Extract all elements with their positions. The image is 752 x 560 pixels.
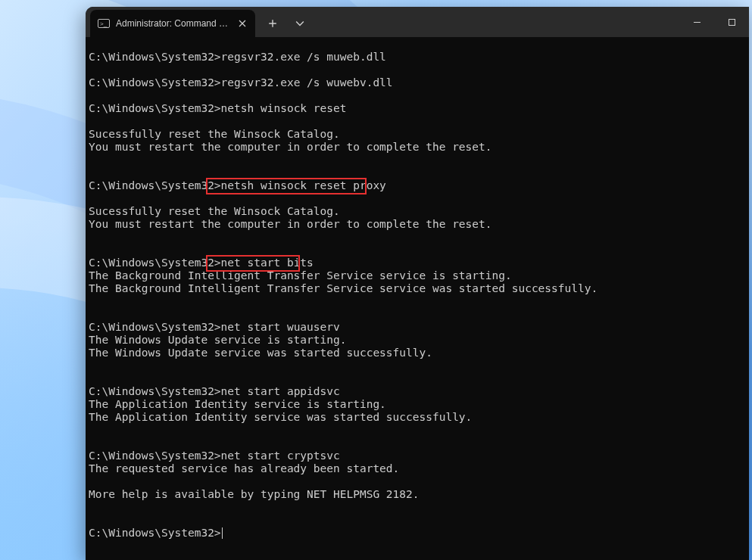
command-prompt-icon: >_ [98,19,110,28]
command-text: net start bits [221,257,314,269]
terminal-blank-line [89,424,749,437]
command-text: netsh winsock reset proxy [221,179,386,191]
terminal-blank-line [89,501,749,514]
terminal-blank-line [89,372,749,385]
prompt: C:\Windows\System32> [89,450,221,462]
terminal-command-line: C:\Windows\System32>net start cryptsvc [89,450,749,462]
prompt: C:\Windows\System32> [89,76,221,89]
prompt: C:\Windows\System32> [89,179,221,191]
terminal-output[interactable]: C:\Windows\System32>regsvr32.exe /s muwe… [86,37,749,560]
command-text: regsvr32.exe /s muweb.dll [221,51,386,63]
prompt: C:\Windows\System32> [89,527,221,539]
terminal-output-line: The requested service has already been s… [89,462,749,475]
titlebar[interactable]: >_ Administrator: Command Promp [86,7,749,37]
close-tab-button[interactable] [236,17,249,30]
terminal-output-line: More help is available by typing NET HEL… [89,488,749,501]
terminal-blank-line [89,154,749,166]
minimize-button[interactable] [679,7,714,37]
command-text: regsvr32.exe /s wuwebv.dll [221,76,393,89]
terminal-output-line: You must restart the computer in order t… [89,218,749,231]
svg-rect-0 [729,19,735,25]
prompt: C:\Windows\System32> [89,102,221,114]
terminal-command-line: C:\Windows\System32>net start bits [89,257,749,269]
terminal-blank-line [89,514,749,527]
terminal-blank-line [89,231,749,244]
terminal-output-line: The Application Identity service is star… [89,398,749,411]
terminal-blank-line [89,192,749,205]
command-text: net start wuauserv [221,321,340,333]
terminal-output-line: Sucessfully reset the Winsock Catalog. [89,128,749,141]
terminal-blank-line [89,64,749,76]
command-text: net start appidsvc [221,385,340,397]
tab-command-prompt[interactable]: >_ Administrator: Command Promp [90,10,255,37]
terminal-command-line: C:\Windows\System32>net start wuauserv [89,321,749,334]
prompt: C:\Windows\System32> [89,321,221,333]
desktop-background: >_ Administrator: Command Promp [0,0,752,560]
terminal-blank-line [89,166,749,179]
text-cursor [222,527,223,539]
terminal-output-line: The Application Identity service was sta… [89,411,749,424]
terminal-output-line: The Windows Update service was started s… [89,347,749,359]
terminal-output-line: The Background Intelligent Transfer Serv… [89,282,749,295]
terminal-blank-line [89,359,749,372]
terminal-output-line: You must restart the computer in order t… [89,141,749,154]
tab-title: Administrator: Command Promp [116,18,229,29]
prompt: C:\Windows\System32> [89,51,221,63]
terminal-output-line: Sucessfully reset the Winsock Catalog. [89,205,749,218]
titlebar-drag-area[interactable] [313,7,679,37]
terminal-command-line: C:\Windows\System32>netsh winsock reset [89,102,749,115]
terminal-command-line: C:\Windows\System32>netsh winsock reset … [89,179,749,192]
terminal-command-line: C:\Windows\System32>regsvr32.exe /s muwe… [89,51,749,64]
terminal-output-line: The Background Intelligent Transfer Serv… [89,269,749,282]
new-tab-button[interactable] [260,11,286,36]
terminal-blank-line [89,244,749,257]
terminal-blank-line [89,115,749,128]
prompt: C:\Windows\System32> [89,257,221,269]
tab-dropdown-button[interactable] [287,11,313,36]
command-text: net start cryptsvc [221,450,340,462]
terminal-blank-line [89,308,749,321]
command-text: netsh winsock reset [221,102,347,114]
terminal-blank-line [89,295,749,308]
terminal-output-line: The Windows Update service is starting. [89,334,749,347]
terminal-command-line: C:\Windows\System32>regsvr32.exe /s wuwe… [89,76,749,89]
terminal-blank-line [89,89,749,102]
terminal-window: >_ Administrator: Command Promp [86,7,749,560]
terminal-command-line: C:\Windows\System32> [89,527,749,540]
terminal-blank-line [89,475,749,488]
terminal-command-line: C:\Windows\System32>net start appidsvc [89,385,749,398]
maximize-button[interactable] [714,7,749,37]
prompt: C:\Windows\System32> [89,385,221,397]
terminal-blank-line [89,437,749,450]
